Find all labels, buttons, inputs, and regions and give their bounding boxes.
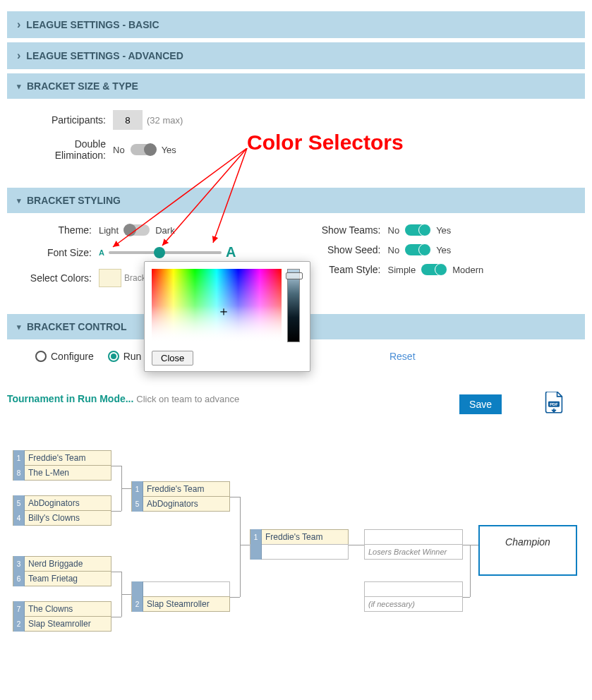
show-teams-label: Show Teams: <box>296 224 388 236</box>
section-league-advanced[interactable]: LEAGUE SETTINGS - ADVANCED <box>7 42 585 69</box>
section-title: BRACKET CONTROL <box>27 321 127 332</box>
participants-input[interactable] <box>113 110 143 130</box>
show-seed-label: Show Seed: <box>296 244 388 255</box>
theme-label: Theme: <box>21 224 99 236</box>
theme-toggle[interactable] <box>124 224 150 236</box>
bracket-color-swatch <box>99 269 121 287</box>
show-teams-toggle[interactable] <box>405 224 430 236</box>
participants-hint: (32 max) <box>147 115 183 126</box>
match-r1-g2[interactable]: 5AbDoginators 4Billy's Clowns <box>13 495 111 525</box>
section-title: LEAGUE SETTINGS - ADVANCED <box>26 50 183 61</box>
run-radio[interactable]: Run <box>108 351 142 362</box>
font-large-icon: A <box>226 244 236 260</box>
chevron-right-icon <box>17 18 20 31</box>
match-r3-g1[interactable]: 1Freddie's Team <box>250 529 349 559</box>
dark-label: Dark <box>155 225 174 236</box>
winners-bracket: 1Freddie's Team 8The L-Men 5AbDoginators… <box>7 438 585 700</box>
participants-label: Participants: <box>21 114 113 126</box>
double-elim-label: Double Elimination: <box>21 138 113 161</box>
section-title: BRACKET STYLING <box>27 195 121 206</box>
match-final[interactable]: Losers Bracket Winner <box>364 529 463 559</box>
yes-label: Yes <box>162 145 176 155</box>
chevron-down-icon <box>17 82 21 91</box>
section-league-basic[interactable]: LEAGUE SETTINGS - BASIC <box>7 11 585 38</box>
match-r2-g2[interactable]: 2Slap Steamroller <box>131 581 230 611</box>
save-button[interactable]: Save <box>459 394 502 414</box>
section-bracket-size[interactable]: BRACKET SIZE & TYPE <box>7 73 585 99</box>
font-size-slider[interactable] <box>109 251 222 254</box>
font-size-label: Font Size: <box>21 247 99 258</box>
font-small-icon: A <box>99 248 104 257</box>
hue-slider[interactable] <box>287 269 300 342</box>
light-label: Light <box>99 225 119 236</box>
svg-text:PDF: PDF <box>550 402 558 406</box>
section-title: BRACKET SIZE & TYPE <box>27 80 138 92</box>
close-button[interactable]: Close <box>152 351 193 366</box>
show-seed-toggle[interactable] <box>405 244 430 255</box>
match-r1-g1[interactable]: 1Freddie's Team 8The L-Men <box>13 450 111 480</box>
team-style-toggle[interactable] <box>421 264 447 275</box>
chevron-down-icon <box>17 322 21 332</box>
match-r2-g1[interactable]: 1Freddie's Team 5AbDoginators <box>131 481 230 511</box>
match-r1-g3[interactable]: 3Nerd Briggade 6Team Frietag <box>13 556 111 586</box>
match-r1-g4[interactable]: 7The Clowns 2Slap Steamroller <box>13 601 111 631</box>
section-bracket-styling[interactable]: BRACKET STYLING <box>7 188 585 213</box>
annotation-label: Color Selectors <box>247 131 404 155</box>
configure-radio[interactable]: Configure <box>35 351 94 362</box>
reset-link[interactable]: Reset <box>389 351 416 362</box>
chevron-right-icon <box>17 49 20 62</box>
no-label: No <box>113 145 125 155</box>
chevron-down-icon <box>17 196 21 205</box>
color-gradient[interactable]: ＋ <box>152 269 282 342</box>
pdf-icon[interactable]: PDF <box>544 392 564 416</box>
match-if-necessary[interactable]: (if necessary) <box>364 581 463 611</box>
colors-label: Select Colors: <box>21 272 99 284</box>
double-elim-toggle[interactable] <box>131 144 156 155</box>
section-title: LEAGUE SETTINGS - BASIC <box>26 19 159 30</box>
color-picker-popup: ＋ Close <box>144 261 310 372</box>
champion-box: Champion <box>478 525 577 576</box>
